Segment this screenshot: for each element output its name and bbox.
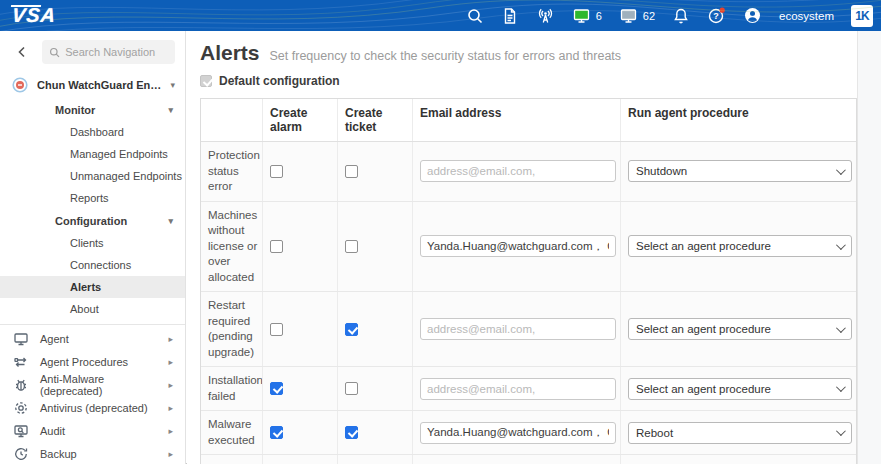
create-alarm-checkbox[interactable]: [270, 240, 283, 253]
chevron-down-icon: [836, 382, 846, 392]
sidebar-divider: [0, 324, 185, 325]
avatar-icon[interactable]: [743, 6, 762, 25]
sidebar-module[interactable]: Chun WatchGuard Endpoint ... ▾: [0, 72, 185, 98]
table-row: PUP executed Select an agent procedure: [201, 454, 856, 464]
chevron-down-icon: ▾: [168, 216, 173, 226]
alerts-table: Create alarm Create ticket Email address…: [200, 98, 857, 464]
email-address-input[interactable]: [420, 160, 616, 182]
alert-type-label: Restart required (pending upgrade): [208, 298, 261, 360]
module-icon: [12, 77, 28, 93]
gear-icon: [13, 400, 29, 416]
main-content: Alerts Set frequency to check the securi…: [187, 31, 881, 464]
email-address-input[interactable]: [420, 235, 616, 257]
create-ticket-checkbox[interactable]: [345, 323, 358, 336]
sidebar-item-audit[interactable]: Audit ▸: [0, 419, 185, 442]
page-title: Alerts: [200, 41, 260, 65]
agent-procedure-select[interactable]: Select an agent procedure: [628, 378, 852, 400]
agent-procedure-select[interactable]: Select an agent procedure: [628, 318, 852, 340]
sidebar-item-anti-malware[interactable]: Anti-Malware (deprecated) ▸: [0, 373, 185, 396]
navigation-search[interactable]: [42, 40, 175, 64]
sidebar-item-agent-procedures[interactable]: Agent Procedures ▸: [0, 350, 185, 373]
sidebar-item-dashboard[interactable]: Dashboard: [0, 121, 185, 143]
create-alarm-checkbox[interactable]: [270, 323, 283, 336]
column-header-run-agent-procedure: Run agent procedure: [620, 99, 857, 141]
chevron-right-icon: ▸: [168, 426, 173, 436]
chevron-down-icon: ▾: [168, 105, 173, 115]
column-header-email-address: Email address: [412, 99, 620, 141]
bell-icon[interactable]: [672, 7, 690, 25]
alert-type-label: Machines without license or over allocat…: [208, 208, 261, 286]
table-row: Installation failed Select an agent proc…: [201, 366, 856, 410]
scrollbar-track[interactable]: [857, 31, 881, 464]
sidebar-item-about[interactable]: About: [0, 298, 185, 320]
sidebar-item-unmanaged-endpoints[interactable]: Unmanaged Endpoints: [0, 165, 185, 187]
table-row: Restart required (pending upgrade) Selec…: [201, 291, 856, 366]
online-count: 6: [596, 10, 602, 22]
column-header-blank: [201, 99, 262, 141]
sidebar-item-connections[interactable]: Connections: [0, 254, 185, 276]
sidebar-item-clients[interactable]: Clients: [0, 232, 185, 254]
audit-icon: [13, 423, 29, 439]
monitor-online-icon[interactable]: 6: [572, 7, 602, 25]
search-icon[interactable]: [466, 7, 484, 25]
topbar: VSA 6 62 ?: [0, 0, 881, 31]
sidebar-group-monitor[interactable]: Monitor ▾: [0, 98, 185, 121]
create-ticket-checkbox[interactable]: [345, 426, 358, 439]
agent-procedure-select[interactable]: Reboot: [628, 422, 852, 444]
bug-icon: [13, 377, 29, 393]
chevron-right-icon: ▸: [168, 357, 173, 367]
collapse-sidebar-button[interactable]: [10, 40, 34, 64]
topbar-actions: 6 62 ? ecosystem 1K: [466, 5, 873, 27]
broadcast-icon[interactable]: [536, 7, 555, 25]
table-row: Protection status error Shutdown: [201, 142, 856, 201]
chevron-right-icon: ▸: [168, 403, 173, 413]
sidebar-item-agent[interactable]: Agent ▸: [0, 327, 185, 350]
sidebar-group-configuration[interactable]: Configuration ▾: [0, 209, 185, 232]
column-header-create-alarm: Create alarm: [262, 99, 337, 141]
page-subtitle: Set frequency to check the security stat…: [270, 49, 622, 63]
sidebar-item-managed-endpoints[interactable]: Managed Endpoints: [0, 143, 185, 165]
alert-type-label: Protection status error: [208, 148, 261, 195]
monitor-total-icon[interactable]: 62: [619, 7, 655, 25]
sidebar-item-backup[interactable]: Backup ▸: [0, 442, 185, 464]
sidebar-item-reports[interactable]: Reports: [0, 187, 185, 209]
chevron-down-icon: ▾: [170, 80, 175, 90]
default-configuration-label: Default configuration: [219, 74, 340, 88]
sidebar: Chun WatchGuard Endpoint ... ▾ Monitor ▾…: [0, 31, 186, 464]
chevron-down-icon: [836, 426, 846, 436]
create-ticket-checkbox[interactable]: [345, 382, 358, 395]
sidebar-item-alerts[interactable]: Alerts: [0, 276, 185, 298]
total-count: 62: [643, 10, 655, 22]
create-ticket-checkbox[interactable]: [345, 165, 358, 178]
monitor-icon: [13, 331, 29, 347]
kaseya-logo[interactable]: 1K: [851, 5, 873, 27]
chevron-down-icon: [836, 240, 846, 250]
svg-text:?: ?: [713, 11, 719, 21]
email-address-input[interactable]: [420, 318, 616, 340]
procedures-icon: [13, 354, 29, 370]
table-header-row: Create alarm Create ticket Email address…: [201, 99, 856, 142]
create-alarm-checkbox[interactable]: [270, 165, 283, 178]
agent-procedure-select[interactable]: Shutdown: [628, 160, 852, 182]
default-configuration-checkbox[interactable]: [200, 75, 212, 87]
email-address-input[interactable]: [420, 378, 616, 400]
search-icon: [49, 46, 60, 59]
search-input[interactable]: [65, 46, 168, 58]
alert-type-label: Malware executed: [208, 417, 261, 448]
user-label[interactable]: ecosystem: [779, 10, 834, 22]
agent-procedure-select[interactable]: Select an agent procedure: [628, 235, 852, 257]
email-address-input[interactable]: [420, 422, 616, 444]
document-icon[interactable]: [501, 7, 519, 25]
alert-type-label: Installation failed: [208, 373, 263, 404]
help-icon[interactable]: ?: [707, 6, 726, 25]
chevron-right-icon: ▸: [168, 380, 173, 390]
table-body: Protection status error Shutdown Machine…: [201, 142, 856, 464]
sidebar-item-antivirus[interactable]: Antivirus (deprecated) ▸: [0, 396, 185, 419]
create-alarm-checkbox[interactable]: [270, 382, 283, 395]
create-ticket-checkbox[interactable]: [345, 240, 358, 253]
chevron-right-icon: ▸: [168, 449, 173, 459]
vsa-window: VSA 6 62 ?: [0, 0, 881, 464]
create-alarm-checkbox[interactable]: [270, 426, 283, 439]
vsa-logo: VSA: [11, 4, 58, 27]
chevron-down-icon: [836, 323, 846, 333]
